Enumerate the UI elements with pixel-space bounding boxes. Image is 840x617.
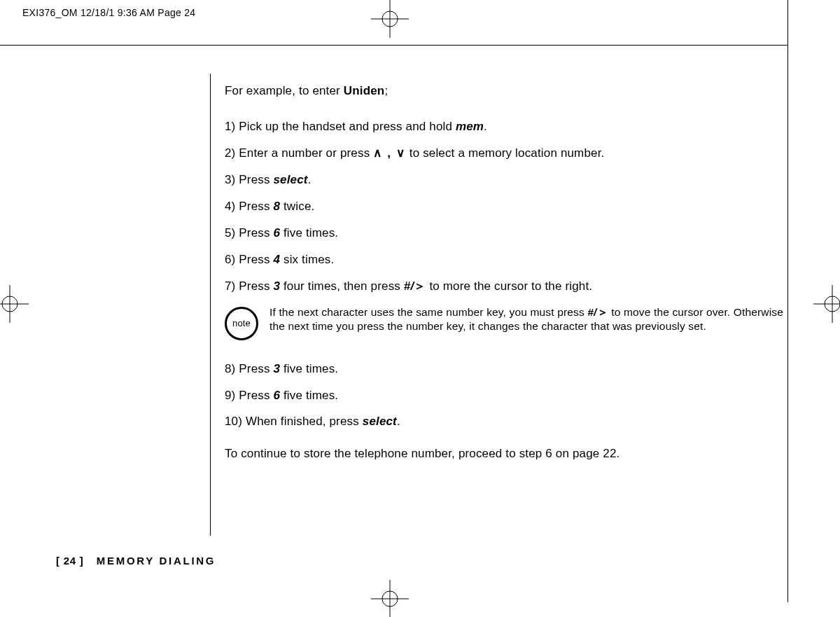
text: 4) Press — [225, 200, 273, 213]
section-title: MEMORY DIALING — [97, 555, 216, 567]
step-5: 5) Press 6 five times. — [225, 226, 785, 242]
text: 8) Press — [225, 362, 273, 375]
key-label: mem — [456, 120, 484, 133]
trim-line — [788, 0, 788, 602]
svg-point-5 — [2, 296, 18, 312]
text: to more the cursor to the right. — [426, 279, 593, 293]
text: 5) Press — [225, 226, 273, 240]
key-label: 8 — [273, 200, 280, 213]
text: five times. — [280, 389, 338, 402]
content-column: For example, to enter Uniden; 1) Pick up… — [210, 74, 785, 536]
note-block: note If the next character uses the same… — [225, 305, 785, 340]
key-label: 6 — [273, 226, 280, 240]
text: 10) When finished, press — [225, 415, 363, 428]
svg-point-11 — [382, 591, 398, 606]
text: five times. — [280, 362, 338, 375]
key-label: 3 — [273, 362, 280, 375]
text: four times, then press — [280, 279, 404, 293]
trim-line — [0, 45, 788, 46]
key-label: #/ — [404, 279, 414, 293]
text: . — [308, 173, 312, 186]
step-3: 3) Press select. — [225, 172, 785, 188]
key-label: 3 — [273, 279, 280, 293]
key-label: #/ — [587, 306, 596, 318]
step-10: 10) When finished, press select. — [225, 414, 785, 430]
step-8: 8) Press 3 five times. — [225, 361, 785, 377]
step-7: 7) Press 3 four times, then press #/＞ to… — [225, 279, 785, 295]
step-2: 2) Enter a number or press ∧ , ∨ to sele… — [225, 146, 785, 162]
text: 7) Press — [225, 279, 273, 293]
registration-mark-icon — [813, 285, 840, 323]
print-slug: EXI376_OM 12/18/1 9:36 AM Page 24 — [22, 7, 195, 18]
arrow-keys-icon: ∧ , ∨ — [373, 146, 406, 160]
text: . — [397, 415, 400, 428]
text: 9) Press — [225, 389, 273, 402]
outro-line: To continue to store the telephone numbe… — [225, 447, 785, 461]
text: twice. — [280, 200, 314, 213]
note-icon: note — [225, 307, 258, 340]
page: EXI376_OM 12/18/1 9:36 AM Page 24 For ex… — [0, 0, 840, 617]
text: If the next character uses the same numb… — [270, 306, 587, 318]
key-label: select — [273, 173, 307, 186]
text: 6) Press — [225, 253, 273, 266]
text: to select a memory location number. — [406, 146, 605, 160]
page-number: [ 24 ] — [56, 555, 84, 567]
text-bold: Uniden — [344, 84, 385, 97]
registration-mark-icon — [371, 580, 409, 617]
step-1: 1) Pick up the handset and press and hol… — [225, 119, 785, 135]
text: six times. — [280, 253, 334, 266]
key-label: 6 — [273, 389, 280, 402]
chevron-right-icon: ＞ — [597, 306, 608, 318]
text: five times. — [280, 226, 338, 240]
intro-line: For example, to enter Uniden; — [225, 84, 785, 98]
registration-mark-icon — [0, 285, 29, 323]
text: ; — [384, 84, 388, 97]
text: . — [484, 120, 487, 133]
step-4: 4) Press 8 twice. — [225, 199, 785, 215]
page-footer: [ 24 ] MEMORY DIALING — [56, 555, 216, 567]
registration-mark-icon — [371, 0, 409, 38]
key-label: select — [363, 415, 397, 428]
svg-point-8 — [825, 296, 840, 312]
svg-point-2 — [382, 11, 398, 27]
chevron-right-icon: ＞ — [414, 279, 426, 293]
text: 2) Enter a number or press — [225, 146, 373, 160]
text: 1) Pick up the handset and press and hol… — [225, 120, 456, 133]
key-label: 4 — [273, 253, 280, 266]
text: 3) Press — [225, 173, 273, 186]
text: For example, to enter — [225, 84, 344, 97]
step-6: 6) Press 4 six times. — [225, 252, 785, 268]
step-9: 9) Press 6 five times. — [225, 388, 785, 404]
note-text: If the next character uses the same numb… — [270, 305, 785, 335]
